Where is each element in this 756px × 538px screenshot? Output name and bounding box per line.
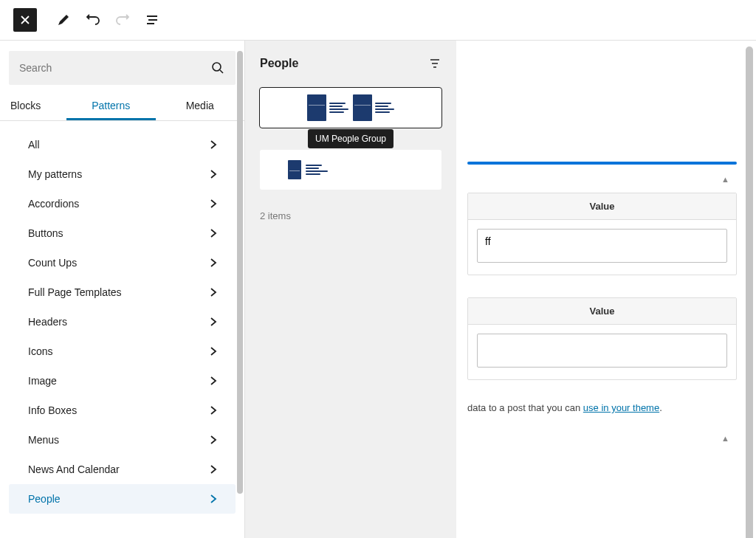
svg-point-0 xyxy=(213,63,221,71)
cat-news-calendar[interactable]: News And Calendar xyxy=(9,455,236,484)
cat-info-boxes[interactable]: Info Boxes xyxy=(9,396,236,425)
cat-headers[interactable]: Headers xyxy=(9,307,236,337)
cat-label: Menus xyxy=(28,434,59,446)
cat-label: Image xyxy=(28,375,57,387)
custom-field-group-1: Value xyxy=(467,193,737,275)
field-header: Value xyxy=(468,193,736,220)
cat-all[interactable]: All xyxy=(9,130,236,159)
collapse-caret-icon[interactable]: ▲ xyxy=(721,434,729,443)
cat-people[interactable]: People xyxy=(9,484,236,514)
chevron-right-icon xyxy=(207,198,219,210)
chevron-right-icon xyxy=(207,434,219,446)
search-icon xyxy=(210,61,225,75)
top-toolbar xyxy=(0,0,756,41)
cat-label: People xyxy=(28,493,61,505)
content-scrollbar[interactable] xyxy=(746,46,753,538)
value-textarea-1[interactable] xyxy=(477,229,727,263)
chevron-right-icon xyxy=(207,168,219,180)
cat-label: Buttons xyxy=(28,227,63,239)
preview-lines xyxy=(375,103,394,113)
cat-image[interactable]: Image xyxy=(9,366,236,396)
cat-label: All xyxy=(28,139,40,151)
chevron-right-icon xyxy=(207,257,219,269)
chevron-right-icon xyxy=(207,375,219,387)
redo-icon xyxy=(114,12,131,28)
pattern-preview-thumb xyxy=(353,94,372,121)
tab-media[interactable]: Media xyxy=(156,91,245,120)
collapse-caret-icon[interactable]: ▲ xyxy=(721,175,729,184)
pattern-categories: All My patterns Accordions Buttons Count… xyxy=(0,121,244,538)
pattern-um-person[interactable] xyxy=(260,150,441,190)
cat-label: My patterns xyxy=(28,168,82,180)
panel-title: People xyxy=(260,57,298,70)
editor-canvas: ▲ Value Value xyxy=(456,41,756,538)
cat-my-patterns[interactable]: My patterns xyxy=(9,159,236,189)
theme-link[interactable]: use in your theme xyxy=(583,402,659,413)
cat-count-ups[interactable]: Count Ups xyxy=(9,248,236,277)
pattern-preview-thumb xyxy=(307,94,326,121)
helper-suffix: . xyxy=(659,402,662,413)
cat-label: Full Page Templates xyxy=(28,286,122,298)
redo-button[interactable] xyxy=(109,7,136,33)
chevron-right-icon xyxy=(207,493,219,505)
pattern-um-people-group[interactable]: UM People Group xyxy=(260,88,441,128)
chevron-right-icon xyxy=(207,404,219,416)
chevron-right-icon xyxy=(207,345,219,357)
field-header: Value xyxy=(468,298,736,325)
cat-accordions[interactable]: Accordions xyxy=(9,189,236,218)
cat-icons[interactable]: Icons xyxy=(9,337,236,366)
helper-text: data to a post that you can use in your … xyxy=(467,402,737,413)
value-header: Value xyxy=(468,298,736,324)
outline-icon xyxy=(145,13,159,27)
cat-label: Headers xyxy=(28,316,67,328)
pencil-icon xyxy=(56,13,71,27)
search-container xyxy=(0,41,244,85)
edit-button[interactable] xyxy=(50,7,77,33)
preview-lines xyxy=(329,103,348,113)
panel-header: People xyxy=(260,57,441,70)
cat-label: Count Ups xyxy=(28,257,77,269)
value-header: Value xyxy=(468,193,736,219)
close-button[interactable] xyxy=(13,8,37,32)
undo-button[interactable] xyxy=(80,7,106,33)
undo-icon xyxy=(85,12,101,28)
preview-lines xyxy=(306,165,328,175)
cat-label: Info Boxes xyxy=(28,404,77,416)
pattern-tooltip: UM People Group xyxy=(308,129,394,148)
cat-full-page[interactable]: Full Page Templates xyxy=(9,277,236,307)
custom-field-group-2: Value xyxy=(467,297,737,380)
inserter-tabs: Blocks Patterns Media xyxy=(0,91,244,121)
close-icon xyxy=(19,14,31,26)
cat-label: Accordions xyxy=(28,198,79,210)
chevron-right-icon xyxy=(207,227,219,239)
block-insertion-indicator xyxy=(467,162,737,165)
helper-prefix: data to a post that you can xyxy=(467,402,583,413)
chevron-right-icon xyxy=(207,139,219,151)
filter-icon xyxy=(428,57,441,70)
cat-menus[interactable]: Menus xyxy=(9,425,236,455)
cat-label: News And Calendar xyxy=(28,463,120,475)
chevron-right-icon xyxy=(207,316,219,328)
patterns-panel: People UM People Group xyxy=(245,41,456,538)
chevron-right-icon xyxy=(207,286,219,298)
tab-patterns[interactable]: Patterns xyxy=(66,91,156,120)
cat-buttons[interactable]: Buttons xyxy=(9,218,236,248)
search-box[interactable] xyxy=(9,51,236,85)
main-area: Blocks Patterns Media All My patterns Ac… xyxy=(0,41,756,538)
value-textarea-2[interactable] xyxy=(477,334,727,368)
tab-blocks[interactable]: Blocks xyxy=(0,91,66,120)
chevron-right-icon xyxy=(207,463,219,475)
items-count: 2 items xyxy=(260,210,441,221)
filter-button[interactable] xyxy=(428,57,441,70)
document-outline-button[interactable] xyxy=(139,7,165,33)
sidebar-scrollbar[interactable] xyxy=(237,51,243,494)
pattern-preview-thumb xyxy=(288,160,301,179)
inserter-sidebar: Blocks Patterns Media All My patterns Ac… xyxy=(0,41,245,538)
search-input[interactable] xyxy=(19,62,210,74)
cat-label: Icons xyxy=(28,345,52,357)
